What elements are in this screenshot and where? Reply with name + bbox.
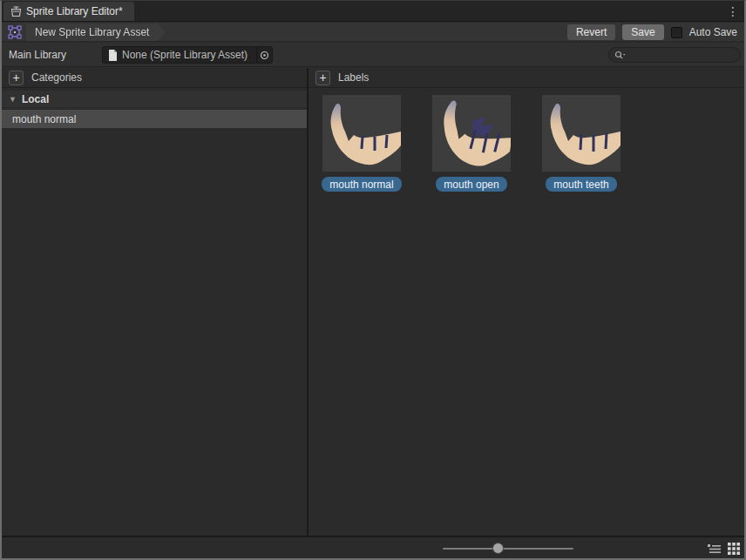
mouth-normal-sprite (322, 95, 401, 172)
toolbar-right-group: Revert Save Auto Save (567, 23, 737, 42)
sprite-item-mouth-teeth: mouth teeth (542, 95, 621, 192)
sprite-item-mouth-normal: mouth normal (322, 95, 401, 192)
tab-title: Sprite Library Editor* (26, 5, 123, 17)
main-library-row: Main Library None (Sprite Library Asset) (2, 43, 744, 67)
search-icon (614, 51, 626, 60)
main-library-object-field[interactable]: None (Sprite Library Asset) (102, 46, 273, 64)
sprite-label-pill[interactable]: mouth teeth (546, 177, 616, 192)
category-item-label: mouth normal (12, 113, 76, 125)
sprite-library-editor-window: Sprite Library Editor* ⋮ New Sprite Libr… (0, 0, 746, 560)
mouth-teeth-sprite (542, 95, 621, 172)
sprite-thumbnail-mouth-open[interactable] (432, 95, 511, 172)
sprite-label: mouth normal (329, 179, 393, 191)
auto-save-label: Auto Save (689, 26, 737, 38)
search-input[interactable] (629, 49, 735, 61)
tab-bar: Sprite Library Editor* ⋮ (2, 1, 744, 22)
list-view-button[interactable] (707, 542, 722, 556)
window-menu-icon[interactable]: ⋮ (726, 3, 740, 20)
object-picker-icon[interactable] (256, 47, 272, 63)
list-view-icon (708, 543, 721, 555)
labels-header-label: Labels (338, 71, 369, 84)
sprite-library-asset-icon (7, 24, 23, 40)
labels-panel: mouth normal (309, 88, 744, 536)
slider-track[interactable] (443, 548, 573, 550)
toolbar: New Sprite Library Asset Revert Save Aut… (2, 23, 744, 42)
zoom-slider-thumb[interactable] (492, 543, 504, 554)
categories-panel: ▼ Local mouth normal (2, 88, 307, 536)
labels-header: + Labels (309, 68, 744, 88)
sprite-thumbnail-mouth-normal[interactable] (322, 95, 401, 172)
sprite-label: mouth open (444, 179, 498, 191)
revert-button[interactable]: Revert (567, 24, 615, 40)
add-label-button[interactable]: + (315, 71, 330, 85)
sprite-thumbnail-mouth-teeth[interactable] (542, 95, 621, 172)
grid-view-button[interactable] (726, 542, 741, 556)
categories-header: + Categories (2, 68, 307, 88)
local-foldout[interactable]: ▼ Local (2, 91, 307, 107)
library-icon (10, 6, 22, 17)
tab-sprite-library-editor[interactable]: Sprite Library Editor* (3, 2, 134, 21)
group-name: Local (22, 93, 49, 105)
document-icon (108, 50, 118, 61)
add-category-button[interactable]: + (9, 71, 24, 85)
sprite-label: mouth teeth (553, 179, 608, 191)
sprite-item-mouth-open: mouth open (432, 95, 511, 192)
sprite-label-pill[interactable]: mouth open (436, 177, 506, 192)
object-field-value: None (Sprite Library Asset) (122, 49, 256, 61)
thumbnail-size-slider[interactable] (443, 543, 573, 554)
grid-view-icon (728, 543, 740, 555)
mouth-open-sprite (432, 95, 511, 172)
main-library-label: Main Library (9, 43, 66, 66)
breadcrumb-new-sprite-library-asset[interactable]: New Sprite Library Asset (26, 24, 166, 41)
search-field[interactable] (608, 47, 741, 63)
categories-header-label: Categories (31, 71, 82, 84)
breadcrumb-label: New Sprite Library Asset (35, 26, 149, 38)
bottom-bar (2, 536, 744, 558)
save-button[interactable]: Save (622, 24, 663, 40)
category-item-mouth-normal[interactable]: mouth normal (2, 110, 307, 128)
auto-save-checkbox[interactable] (671, 27, 682, 38)
sprite-label-pill[interactable]: mouth normal (322, 177, 401, 192)
foldout-arrow-icon[interactable]: ▼ (9, 95, 17, 104)
